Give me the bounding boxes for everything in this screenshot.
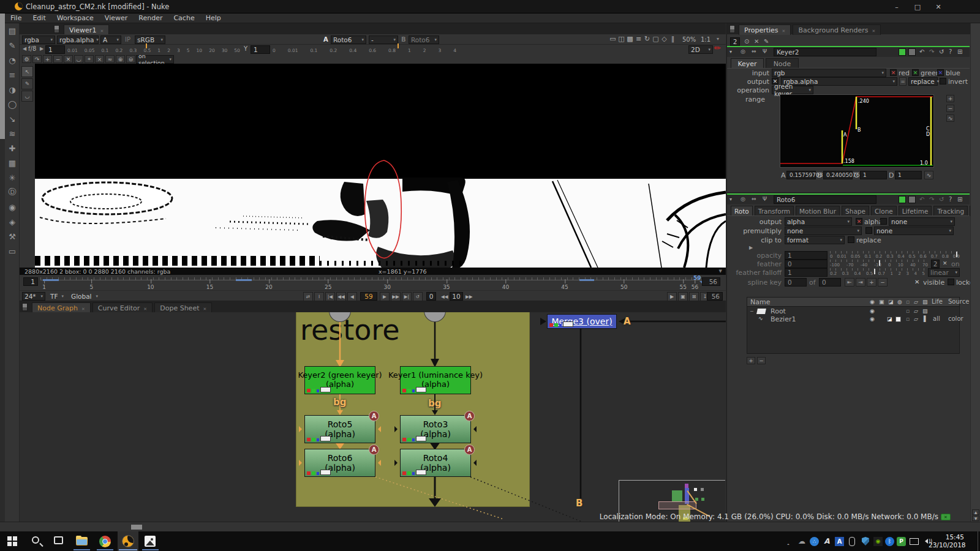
falloff-slider[interactable]: 0.20.30.40.50.712345 — [830, 268, 925, 277]
play-forward-icon[interactable]: ▶▶ — [391, 292, 401, 301]
lock-range-icon[interactable]: ⊠ — [689, 292, 699, 301]
network-display-icon[interactable] — [908, 536, 919, 547]
life-column-header[interactable]: Life — [932, 298, 943, 305]
property-tab[interactable]: Transform — [755, 206, 794, 216]
node-keyer2[interactable]: Keyer2 (green keyer)(alpha) — [304, 366, 375, 394]
max-panels-field[interactable]: 2 — [730, 37, 740, 46]
pause-icon[interactable]: ‖ — [669, 35, 677, 43]
goto-start-icon[interactable]: |◀ — [325, 292, 335, 301]
panel-tab[interactable]: Background Renders — [793, 24, 881, 35]
opacity-field[interactable]: 1 — [785, 251, 827, 260]
clear-panels-icon[interactable]: ✕ — [754, 38, 759, 45]
share-icon[interactable]: ∴ — [810, 537, 819, 546]
menu-item[interactable]: Workspace — [51, 13, 99, 23]
fps-dropdown[interactable]: 24* — [22, 292, 45, 301]
panel-tab[interactable]: Dope Sheet — [154, 302, 212, 313]
autodesk-icon[interactable]: A — [821, 536, 832, 547]
tab-close-icon[interactable] — [81, 304, 85, 312]
tab-close-icon[interactable] — [203, 304, 206, 312]
range-add-button[interactable]: + — [946, 95, 954, 102]
toolsets-tool-icon[interactable]: ⚒ — [5, 229, 20, 244]
alpha-extra-dropdown[interactable]: none — [889, 217, 955, 226]
chrome-icon[interactable] — [99, 536, 111, 547]
alpha-checkbox[interactable]: ✕ — [856, 218, 862, 225]
color-swatch[interactable] — [895, 317, 901, 322]
viewer-mode-dropdown[interactable]: 2D — [688, 45, 713, 54]
hscrollbar-thumb[interactable] — [131, 525, 142, 530]
property-tab[interactable]: Tracking — [933, 206, 968, 216]
search-icon[interactable] — [32, 536, 39, 544]
frame-mode-icon[interactable]: I — [314, 292, 324, 301]
channel-disabled-chip[interactable] — [908, 48, 916, 56]
viewer-colorspace-dropdown[interactable]: sRGB — [135, 36, 165, 44]
merge-tool-icon[interactable]: ≋ — [5, 126, 20, 141]
lock-node-icon[interactable]: ⊞ — [957, 196, 962, 203]
tab-close-icon[interactable] — [782, 26, 786, 34]
smooth-curve-icon[interactable]: ≈ — [105, 55, 115, 63]
metadata-tool-icon[interactable]: ◈ — [5, 214, 20, 229]
b-input-dropdown[interactable]: Roto6 — [409, 36, 439, 44]
missing-frames-field[interactable]: 0 — [426, 292, 436, 301]
premultiply-extra-checkbox[interactable] — [865, 227, 872, 234]
pane-menu-icon[interactable] — [729, 25, 735, 33]
redo-icon[interactable]: ↷ — [929, 48, 934, 55]
operation-dropdown[interactable]: green keyer — [772, 86, 813, 94]
point-a-field[interactable]: 0.15759703 — [786, 171, 816, 179]
falloff-field[interactable]: 1 — [785, 268, 827, 277]
refresh-icon[interactable]: ↻ — [643, 35, 651, 43]
node-merge3[interactable]: Merge3 (over) — [547, 314, 617, 329]
other-tool-icon[interactable]: ▭ — [5, 244, 20, 258]
panel-tab[interactable]: Node Graph — [32, 302, 91, 313]
feather-handle[interactable] — [879, 260, 880, 266]
cusp-point-icon[interactable]: ✕ — [64, 55, 73, 63]
particles-tool-icon[interactable]: ✳ — [5, 170, 20, 185]
pane-menu-icon[interactable] — [54, 25, 59, 33]
clone-column-icon[interactable]: ▱ — [914, 299, 918, 305]
properties-scrollbar[interactable]: ▲ ▼ — [970, 23, 980, 522]
frame-increment-field[interactable]: 10 — [450, 292, 463, 301]
undo-icon[interactable]: ↶ — [919, 196, 924, 203]
photos-icon[interactable] — [145, 536, 156, 547]
blend-mode-dropdown[interactable]: - — [369, 36, 398, 44]
clipto-dropdown[interactable]: format — [785, 236, 845, 244]
timeline-ruler[interactable]: 151015202530354045505556 59 — [40, 276, 717, 290]
roi-icon[interactable]: ▢ — [652, 35, 660, 43]
keyframe-add-icon[interactable]: ⊕ — [116, 55, 125, 63]
pane-menu-icon[interactable] — [22, 303, 28, 311]
redo-icon[interactable]: ↷ — [929, 196, 934, 203]
feather-extra-field[interactable]: 2 — [931, 260, 940, 268]
filter-tool-icon[interactable]: ◯ — [5, 97, 20, 111]
revert-icon[interactable]: ↺ — [939, 196, 944, 203]
panel-tab[interactable]: Properties — [739, 24, 791, 35]
add-point-icon[interactable]: + — [43, 55, 52, 63]
step-forward-icon[interactable]: ▶ — [380, 292, 390, 301]
range-curve-button[interactable]: ∿ — [946, 114, 954, 122]
autokey-mode-dropdown[interactable]: on selection — [136, 55, 174, 64]
gain-label[interactable]: f/8 — [28, 45, 36, 52]
tab-close-icon[interactable] — [872, 26, 875, 34]
node-keyer1[interactable]: Keyer1 (luminance key)(alpha) — [400, 366, 471, 394]
property-tab[interactable]: Keyer — [731, 58, 764, 69]
flipbook-icon[interactable]: ⇄ — [303, 292, 313, 301]
input-channel-dropdown[interactable]: rgb — [772, 69, 886, 77]
scroll-up-button[interactable]: ▲ — [972, 509, 979, 515]
deep-tool-icon[interactable]: Ⓓ — [5, 185, 20, 200]
clone-icon[interactable]: ▱ — [914, 308, 918, 314]
edit-panels-icon[interactable]: ✎ — [764, 38, 769, 45]
float-panel-icon[interactable]: ⇔ — [752, 196, 756, 202]
fill-icon[interactable]: ▫ — [906, 316, 910, 322]
start-button[interactable] — [7, 536, 17, 546]
alpha-extra-checkbox[interactable] — [880, 218, 887, 225]
help-icon[interactable]: ? — [949, 48, 952, 55]
remove-point-icon[interactable]: − — [53, 55, 62, 63]
add-shape-button[interactable]: + — [747, 357, 755, 364]
gain-next-icon[interactable]: ▶ — [40, 46, 43, 51]
menu-item[interactable]: Edit — [27, 13, 51, 23]
next-increment-icon[interactable]: ▶▶ — [466, 294, 473, 299]
opacity-handle[interactable] — [956, 252, 957, 257]
last-frame-field[interactable]: 56 — [707, 292, 723, 301]
visible-check-icon[interactable]: ✕ — [914, 279, 919, 285]
break-tangent-icon[interactable]: × — [95, 55, 104, 63]
range-end-field[interactable]: 56 — [702, 277, 720, 286]
fill-column-icon[interactable]: ▫ — [906, 299, 910, 305]
